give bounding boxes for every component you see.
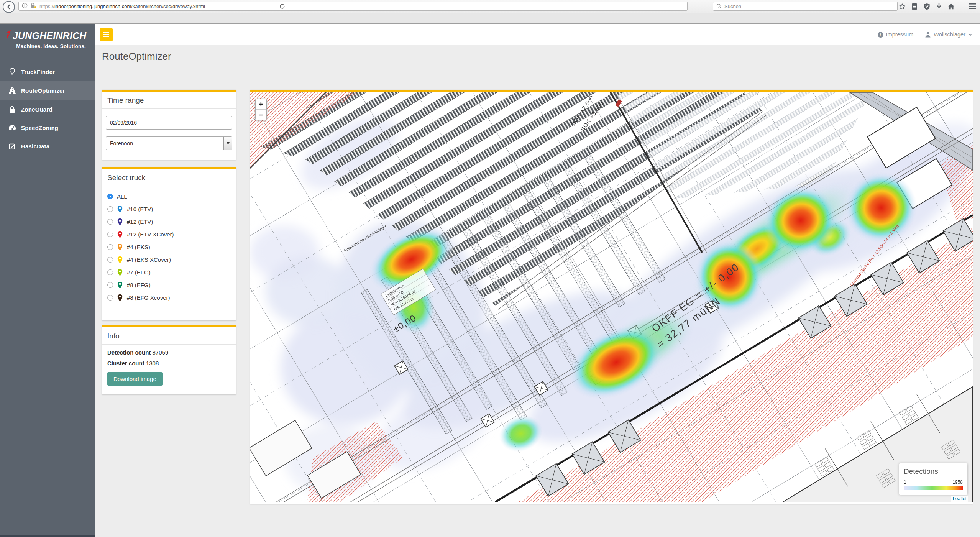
- truck-option-label: #12 (ETV): [127, 218, 153, 225]
- truck-pin-icon: [117, 256, 123, 264]
- info-title: Info: [102, 327, 236, 345]
- sidebar-item-label: BasicData: [21, 143, 49, 149]
- zoom-in-button[interactable]: +: [256, 99, 266, 110]
- truck-option-label: #10 (ETV): [127, 206, 153, 212]
- truck-option-label: #4 (EKS XCover): [127, 256, 171, 263]
- truck-option-label: #8 (EFG): [127, 282, 151, 288]
- sidebar-item-label: RouteOptimizer: [21, 87, 65, 94]
- truck-option[interactable]: #8 (EFG): [107, 279, 236, 291]
- select-caret-icon[interactable]: [223, 137, 232, 150]
- zoom-out-button[interactable]: −: [256, 110, 266, 120]
- truck-option[interactable]: #8 (EFG Xcover): [107, 291, 236, 304]
- sidebar-item-label: TruckFinder: [21, 69, 55, 75]
- truck-option[interactable]: #7 (EFG): [107, 266, 236, 279]
- lock-icon: [8, 105, 16, 113]
- radio-button[interactable]: [107, 257, 113, 263]
- truck-option[interactable]: #12 (ETV XCover): [107, 228, 236, 241]
- logo-title: JUNGHEINRICH: [13, 30, 87, 42]
- jungheinrich-logo: JUNGHEINRICH Machines. Ideas. Solutions.: [0, 24, 95, 53]
- truck-pin-icon: [117, 205, 123, 213]
- truck-option[interactable]: #4 (EKS XCover): [107, 253, 236, 266]
- radio-button[interactable]: [107, 295, 113, 301]
- app-window: JUNGHEINRICH Machines. Ideas. Solutions.…: [0, 24, 980, 537]
- truck-pin-icon: [117, 281, 123, 289]
- truck-list: ALL#10 (ETV)#12 (ETV)#12 (ETV XCover)#4 …: [102, 186, 236, 304]
- legend-title: Detections: [904, 467, 963, 476]
- page-title: RouteOptimizer: [102, 51, 171, 62]
- legend-gradient-bar: [904, 486, 963, 490]
- radio-button[interactable]: [107, 244, 113, 250]
- radio-button[interactable]: [107, 282, 113, 288]
- browser-url-field[interactable]: https://indoorpositioning.jungheinrich.c…: [18, 2, 688, 11]
- truck-pin-icon: [117, 231, 123, 238]
- mixed-content-lock-icon[interactable]: [30, 2, 36, 10]
- sidebar-item-label: SpeedZoning: [21, 125, 58, 131]
- truck-option-label: #7 (EFG): [127, 269, 151, 276]
- sidebar-item-routeoptimizer[interactable]: RouteOptimizer: [0, 81, 95, 100]
- time-range-title: Time range: [102, 92, 236, 109]
- app-header: i Impressum Wollschläger: [95, 24, 980, 46]
- truck-pin-icon: [117, 243, 123, 251]
- download-icon[interactable]: [936, 3, 942, 10]
- main-content: RouteOptimizer Time range 02/09/2016 For…: [95, 45, 980, 537]
- browser-search-field[interactable]: Suchen: [713, 2, 898, 11]
- radio-button[interactable]: [107, 269, 113, 275]
- radio-button[interactable]: [107, 194, 113, 199]
- user-menu[interactable]: Wollschläger: [925, 31, 972, 38]
- search-placeholder: Suchen: [724, 3, 741, 9]
- select-truck-title: Select truck: [102, 169, 236, 186]
- chevron-down-icon: [968, 33, 972, 36]
- download-image-button[interactable]: Download image: [107, 372, 163, 386]
- browser-nav-row: https://indoorpositioning.jungheinrich.c…: [0, 0, 980, 13]
- truck-option[interactable]: #12 (ETV): [107, 215, 236, 228]
- truck-pin-icon: [117, 294, 123, 302]
- browser-menu-icon[interactable]: [969, 3, 976, 10]
- truck-pin-icon: [117, 269, 123, 276]
- screen: { "browser": { "url": {"protocol": "http…: [0, 0, 980, 537]
- legend-max: 1958: [952, 480, 963, 485]
- url-text: https://indoorpositioning.jungheinrich.c…: [39, 3, 205, 9]
- detections-legend: Detections 1 1958: [899, 463, 967, 495]
- period-value: Forenoon: [110, 140, 133, 146]
- truck-option-label: ALL: [117, 193, 127, 200]
- sidebar-item-speedzoning[interactable]: SpeedZoning: [0, 118, 95, 137]
- back-icon[interactable]: [3, 1, 15, 13]
- bookmarks-list-icon[interactable]: [911, 3, 918, 10]
- sidebar-item-basicdata[interactable]: BasicData: [0, 137, 95, 155]
- tachometer-icon: [8, 124, 16, 131]
- truck-option[interactable]: #10 (ETV): [107, 203, 236, 215]
- map-panel: Lagerbereich0,35 ±0,00NGF 3.760,64 m²RH:…: [250, 90, 973, 504]
- shield-icon[interactable]: [923, 3, 930, 10]
- truck-option-label: #4 (EKS): [127, 244, 150, 250]
- leaflet-attribution[interactable]: Leaflet: [951, 496, 968, 502]
- map-zoom-control: + −: [255, 99, 267, 120]
- home-icon[interactable]: [948, 3, 955, 10]
- sidebar-item-zoneguard[interactable]: ZoneGuard: [0, 100, 95, 118]
- info-card: Info Detection count 87059 Cluster count…: [102, 325, 236, 394]
- floor-plan-map[interactable]: Lagerbereich0,35 ±0,00NGF 3.760,64 m²RH:…: [250, 92, 973, 502]
- impressum-label: Impressum: [886, 31, 914, 38]
- detection-count-row: Detection count 87059: [107, 349, 231, 356]
- logo-tagline: Machines. Ideas. Solutions.: [5, 43, 90, 49]
- browser-toolbar: https://indoorpositioning.jungheinrich.c…: [0, 0, 980, 24]
- menu-toggle-button[interactable]: [100, 28, 113, 41]
- edit-icon: [8, 142, 16, 150]
- bookmark-star-icon[interactable]: [899, 3, 906, 10]
- page-info-icon[interactable]: [22, 3, 28, 10]
- date-value: 02/09/2016: [110, 120, 137, 126]
- radio-button[interactable]: [107, 232, 113, 237]
- sidebar-item-label: ZoneGuard: [21, 106, 53, 113]
- truck-option-label: #8 (EFG Xcover): [127, 294, 170, 301]
- truck-option[interactable]: ALL: [107, 190, 236, 203]
- radio-button[interactable]: [107, 219, 113, 225]
- truck-option[interactable]: #4 (EKS): [107, 241, 236, 253]
- user-icon: [925, 31, 931, 38]
- date-input[interactable]: 02/09/2016: [106, 116, 232, 130]
- road-icon: [8, 87, 16, 94]
- radio-button[interactable]: [107, 206, 113, 212]
- reload-icon[interactable]: [279, 3, 286, 10]
- period-select[interactable]: Forenoon: [106, 136, 232, 150]
- legend-min: 1: [904, 480, 906, 485]
- sidebar-item-truckfinder[interactable]: TruckFinder: [0, 62, 95, 81]
- impressum-link[interactable]: i Impressum: [878, 31, 914, 38]
